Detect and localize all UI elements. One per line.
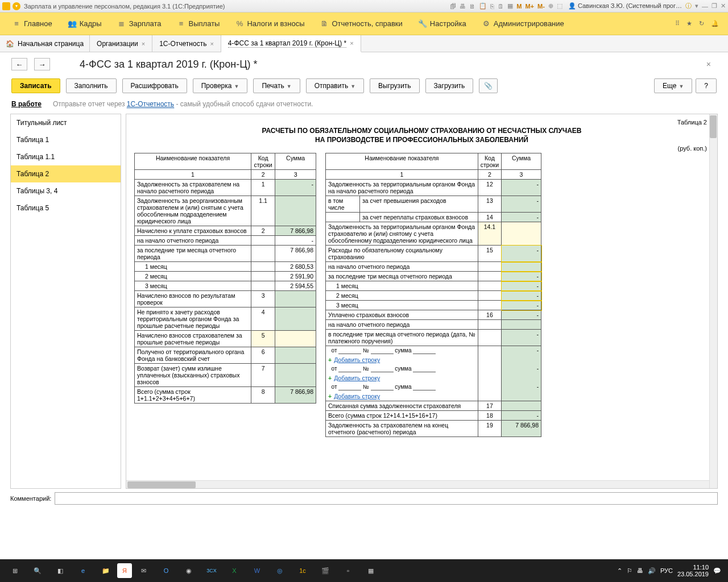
content-area: Титульный листТаблица 1Таблица 1.1Таблиц… bbox=[0, 114, 728, 489]
tool-icon[interactable]: 🗓 bbox=[498, 3, 504, 10]
maximize-icon[interactable]: ❐ bbox=[712, 2, 717, 10]
bell-icon[interactable]: 🔔 bbox=[711, 20, 719, 27]
close-icon[interactable]: × bbox=[210, 40, 213, 47]
tab-home[interactable]: 🏠Начальная страница bbox=[0, 35, 90, 52]
sum-input[interactable] bbox=[413, 384, 436, 390]
add-row-link[interactable]: Добавить строку bbox=[334, 375, 380, 381]
info-link[interactable]: 1С-Отчетность bbox=[127, 100, 174, 109]
user-label[interactable]: 👤 Савинская З.Ю. (Системный прог… bbox=[568, 2, 682, 10]
sidebar-item[interactable]: Титульный лист bbox=[11, 114, 121, 131]
sum-input[interactable] bbox=[413, 365, 436, 372]
sidebar-item[interactable]: Таблицы 3, 4 bbox=[11, 182, 121, 199]
info-icon[interactable]: ⓘ bbox=[685, 2, 692, 10]
menu-kadry[interactable]: 👥Кадры bbox=[60, 13, 110, 35]
comment-label: Комментарий: bbox=[10, 495, 51, 502]
people-icon: 👥 bbox=[68, 20, 76, 28]
import-button[interactable]: Загрузить bbox=[425, 78, 474, 93]
sidebar-item[interactable]: Таблица 5 bbox=[11, 199, 121, 217]
titlebar-tools: 🗐 🖶 🗎 📋 ⎘ 🗓 ▦ M M+ M- ⊕ ⬚ 👤 Савинская З.… bbox=[450, 2, 726, 10]
page-close-button[interactable]: × bbox=[706, 60, 717, 69]
tool-icon[interactable]: 📋 bbox=[479, 2, 487, 10]
mplus-icon[interactable]: M+ bbox=[525, 3, 534, 10]
info-message: Отправьте отчет через 1С-Отчетность - са… bbox=[53, 100, 313, 108]
attach-button[interactable]: 📎 bbox=[479, 78, 498, 93]
menu-settings[interactable]: 🔧Настройка bbox=[411, 13, 474, 35]
num-input[interactable] bbox=[371, 347, 394, 354]
date-input[interactable] bbox=[338, 347, 361, 354]
tab-1c[interactable]: 1С-Отчетность× bbox=[152, 35, 221, 52]
num-input[interactable] bbox=[371, 365, 394, 372]
window-title: Зарплата и управление персоналом, редакц… bbox=[24, 3, 225, 10]
page-header: ← → 4-ФСС за 1 квартал 2019 г. (Крон-Ц) … bbox=[0, 52, 728, 76]
menu-reports[interactable]: 🗎Отчетность, справки bbox=[313, 13, 411, 35]
send-button[interactable]: Отправить▼ bbox=[306, 78, 364, 93]
decode-button[interactable]: Расшифровать bbox=[122, 78, 187, 93]
mminus-icon[interactable]: M- bbox=[537, 3, 545, 10]
tool-icon[interactable]: 🖶 bbox=[460, 3, 466, 10]
check-button[interactable]: Проверка▼ bbox=[193, 78, 248, 93]
unit-label: (руб. коп.) bbox=[134, 145, 707, 152]
history-icon[interactable]: ↻ bbox=[699, 20, 704, 27]
tab-4fss[interactable]: 4-ФСС за 1 квартал 2019 г. (Крон-Ц) *× bbox=[221, 35, 361, 52]
star-icon[interactable]: ★ bbox=[686, 20, 692, 27]
status-label[interactable]: В работе bbox=[11, 100, 42, 108]
tool-icon[interactable]: 🗐 bbox=[450, 3, 456, 10]
vertical-scrollbar[interactable] bbox=[709, 114, 717, 488]
close-icon[interactable]: × bbox=[142, 40, 145, 47]
tool-icon[interactable]: ⊕ bbox=[548, 2, 553, 10]
dropdown-icon[interactable]: ▾ bbox=[13, 2, 20, 10]
print-button[interactable]: Печать▼ bbox=[253, 78, 300, 93]
num-input[interactable] bbox=[371, 384, 394, 390]
m-icon[interactable]: M bbox=[516, 3, 522, 10]
menu-nalogi[interactable]: %Налоги и взносы bbox=[228, 13, 312, 35]
back-button[interactable]: ← bbox=[11, 58, 27, 70]
chevron-down-icon: ▼ bbox=[350, 84, 355, 89]
apps-icon[interactable]: ⠿ bbox=[675, 20, 680, 27]
home-icon: 🏠 bbox=[6, 40, 14, 48]
chevron-down-icon: ▼ bbox=[234, 84, 239, 89]
sidebar-item[interactable]: Таблица 1.1 bbox=[11, 148, 121, 165]
comment-bar: Комментарий: bbox=[0, 489, 728, 508]
minimize-icon[interactable]: — bbox=[702, 3, 708, 10]
sidebar-item[interactable]: Таблица 2 bbox=[11, 165, 121, 182]
horizontal-scrollbar[interactable] bbox=[126, 480, 709, 488]
tool-icon[interactable]: ▦ bbox=[507, 2, 513, 10]
chevron-down-icon: ▼ bbox=[679, 84, 684, 89]
help-button[interactable]: ? bbox=[696, 78, 717, 93]
tool-icon[interactable]: ⬚ bbox=[557, 2, 562, 10]
info-bar: В работе Отправьте отчет через 1С-Отчетн… bbox=[0, 98, 728, 114]
page-title: 4-ФСС за 1 квартал 2019 г. (Крон-Ц) * bbox=[80, 59, 258, 70]
export-button[interactable]: Выгрузить bbox=[370, 78, 420, 93]
report-panel: Таблица 2 РАСЧЕТЫ ПО ОБЯЗАТЕЛЬНОМУ СОЦИА… bbox=[126, 114, 718, 489]
tab-org[interactable]: Организации× bbox=[90, 35, 152, 52]
close-icon[interactable]: ✕ bbox=[721, 2, 726, 10]
tool-icon[interactable]: 🗎 bbox=[469, 3, 475, 10]
app-icon bbox=[2, 2, 10, 10]
dropdown-icon[interactable]: ▾ bbox=[695, 2, 698, 10]
report-title: РАСЧЕТЫ ПО ОБЯЗАТЕЛЬНОМУ СОЦИАЛЬНОМУ СТР… bbox=[134, 127, 709, 135]
date-input[interactable] bbox=[338, 365, 361, 372]
table-label: Таблица 2 bbox=[134, 119, 709, 126]
list-icon: ≡ bbox=[177, 20, 185, 28]
add-row-link[interactable]: Добавить строку bbox=[334, 393, 380, 400]
left-table: Наименование показателяКод строкиСумма12… bbox=[134, 153, 316, 404]
save-button[interactable]: Записать bbox=[11, 78, 60, 93]
fill-button[interactable]: Заполнить bbox=[66, 78, 117, 93]
report-subtitle: НА ПРОИЗВОДСТВЕ И ПРОФЕССИОНАЛЬНЫХ ЗАБОЛ… bbox=[134, 136, 709, 144]
add-row-link[interactable]: Добавить строку bbox=[334, 356, 380, 363]
document-tabs: 🏠Начальная страница Организации× 1С-Отче… bbox=[0, 35, 728, 52]
doc-icon: 🗎 bbox=[321, 20, 329, 28]
date-input[interactable] bbox=[338, 384, 361, 390]
menu-zarplata[interactable]: ≣Зарплата bbox=[110, 13, 169, 35]
sidebar-item[interactable]: Таблица 1 bbox=[11, 131, 121, 148]
close-icon[interactable]: × bbox=[350, 40, 353, 47]
forward-button[interactable]: → bbox=[34, 58, 50, 70]
sum-input[interactable] bbox=[413, 347, 436, 354]
tool-icon[interactable]: ⎘ bbox=[490, 3, 494, 10]
comment-input[interactable] bbox=[55, 492, 718, 505]
more-button[interactable]: Еще▼ bbox=[654, 78, 692, 93]
menu-main[interactable]: ≡Главное bbox=[5, 13, 60, 35]
gear-icon: ⚙ bbox=[482, 20, 490, 28]
menu-admin[interactable]: ⚙Администрирование bbox=[474, 13, 572, 35]
menu-vyplaty[interactable]: ≡Выплаты bbox=[169, 13, 228, 35]
